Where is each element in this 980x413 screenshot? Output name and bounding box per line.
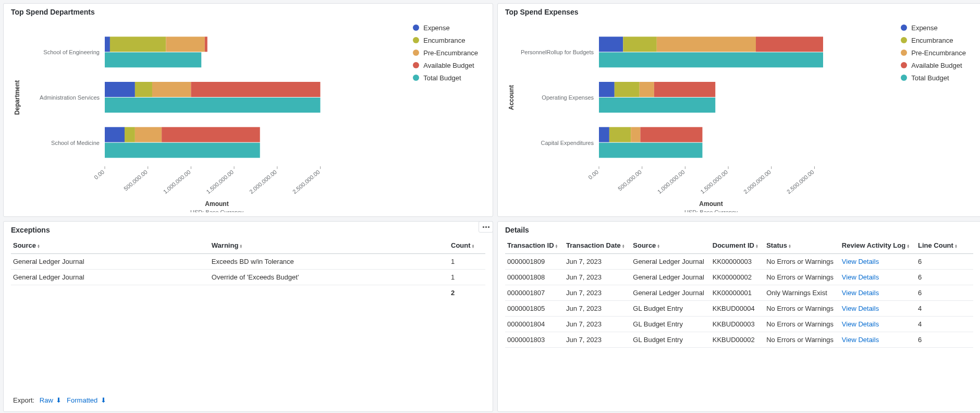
view-details-link[interactable]: View Details (842, 258, 879, 265)
cell-line-count: 4 (916, 317, 973, 332)
cell-document-id: KKBUD00002 (710, 332, 764, 348)
table-row[interactable]: 0000001807Jun 7, 2023General Ledger Jour… (505, 285, 973, 301)
svg-text:1,000,000.00: 1,000,000.00 (162, 168, 192, 195)
cell-line-count: 6 (916, 254, 973, 270)
col-header[interactable]: Transaction Date (564, 237, 631, 254)
col-header[interactable]: Review Activity Log (840, 237, 916, 254)
svg-rect-48 (631, 127, 640, 142)
exceptions-table: Source Warning Count General Ledger Jour… (11, 237, 485, 300)
col-header[interactable]: Line Count (916, 237, 973, 254)
svg-rect-14 (125, 127, 135, 142)
col-header[interactable]: Transaction ID (505, 237, 564, 254)
table-row[interactable]: General Ledger JournalOverride of 'Excee… (11, 270, 485, 285)
cell-transaction-date: Jun 7, 2023 (564, 285, 631, 301)
cell-status: No Errors or Warnings (764, 317, 840, 332)
legend-label: Pre-Encumbrance (423, 49, 478, 57)
legend-item[interactable]: Encumbrance (413, 34, 478, 46)
details-panel: Details Transaction IDTransaction DateSo… (497, 221, 980, 412)
svg-rect-41 (599, 82, 615, 97)
legend-item[interactable]: Expense (413, 21, 478, 34)
cell-transaction-id: 0000001804 (505, 317, 564, 332)
legend-swatch-icon (901, 62, 907, 68)
cell-review-log: View Details (840, 254, 916, 270)
view-details-link[interactable]: View Details (842, 273, 879, 281)
legend-item[interactable]: Pre-Encumbrance (413, 46, 478, 59)
legend-item[interactable]: Pre-Encumbrance (901, 46, 966, 59)
svg-rect-3 (105, 37, 110, 52)
svg-rect-39 (756, 37, 823, 52)
export-row: Export: Raw ⬇ Formatted ⬇ (13, 396, 106, 404)
svg-rect-43 (640, 82, 654, 97)
svg-text:2,000,000.00: 2,000,000.00 (742, 168, 772, 195)
table-row[interactable]: 0000001808Jun 7, 2023General Ledger Jour… (505, 270, 973, 285)
legend-item[interactable]: Total Budget (413, 71, 478, 84)
cell-line-count: 4 (916, 301, 973, 317)
cell-document-id: KKBUD00003 (710, 317, 764, 332)
download-icon: ⬇ (56, 396, 62, 404)
col-header[interactable]: Status (764, 237, 840, 254)
export-formatted-link[interactable]: Formatted ⬇ (67, 396, 106, 404)
view-details-link[interactable]: View Details (842, 289, 879, 297)
svg-text:2,000,000.00: 2,000,000.00 (248, 168, 278, 195)
svg-rect-16 (162, 127, 260, 142)
top-spend-expenses-chart: PersonnelRollup for BudgetsOperating Exp… (505, 19, 891, 212)
cell-status: No Errors or Warnings (764, 254, 840, 270)
legend-swatch-icon (901, 75, 907, 81)
legend-item[interactable]: Encumbrance (901, 34, 966, 46)
svg-text:500,000.00: 500,000.00 (617, 168, 643, 192)
sort-icon (472, 244, 475, 248)
cell-transaction-date: Jun 7, 2023 (564, 254, 631, 270)
legend-label: Encumbrance (911, 37, 953, 44)
col-source[interactable]: Source (11, 237, 210, 254)
legend-swatch-icon (413, 50, 419, 56)
cell-transaction-id: 0000001809 (505, 254, 564, 270)
cell-document-id: KK00000003 (710, 254, 764, 270)
svg-rect-42 (615, 82, 640, 97)
view-details-link[interactable]: View Details (842, 336, 879, 344)
panel-menu-button[interactable] (479, 221, 493, 233)
svg-text:Amount: Amount (205, 200, 228, 208)
panel-title: Exceptions (11, 226, 485, 234)
col-warning[interactable]: Warning (210, 237, 449, 254)
legend-item[interactable]: Available Budget (901, 59, 966, 71)
cell-status: No Errors or Warnings (764, 301, 840, 317)
svg-rect-12 (105, 98, 320, 113)
legend-item[interactable]: Available Budget (413, 59, 478, 71)
svg-text:Administration Services: Administration Services (40, 94, 100, 101)
cell-warning: Override of 'Exceeds Budget' (210, 270, 449, 285)
top-spend-departments-chart: School of EngineeringAdministration Serv… (11, 19, 397, 212)
legend-item[interactable]: Expense (901, 21, 966, 34)
table-row[interactable]: 0000001809Jun 7, 2023General Ledger Jour… (505, 254, 973, 270)
svg-text:1,500,000.00: 1,500,000.00 (699, 168, 729, 195)
cell-warning: Exceeds BD w/in Tolerance (210, 254, 449, 270)
exceptions-panel: Exceptions Source Warning Count General … (3, 221, 493, 412)
svg-rect-11 (191, 82, 320, 97)
col-count[interactable]: Count (449, 237, 485, 254)
cell-review-log: View Details (840, 317, 916, 332)
svg-rect-8 (105, 82, 135, 97)
download-icon: ⬇ (101, 396, 106, 404)
table-row[interactable]: 0000001803Jun 7, 2023GL Budget EntryKKBU… (505, 332, 973, 348)
table-row[interactable]: 0000001804Jun 7, 2023GL Budget EntryKKBU… (505, 317, 973, 332)
legend-swatch-icon (413, 37, 419, 43)
export-raw-link[interactable]: Raw ⬇ (40, 396, 64, 404)
cell-transaction-date: Jun 7, 2023 (564, 332, 631, 348)
col-header[interactable]: Source (631, 237, 710, 254)
cell-review-log: View Details (840, 332, 916, 348)
col-header[interactable]: Document ID (710, 237, 764, 254)
svg-text:2,500,000.00: 2,500,000.00 (291, 168, 321, 195)
panel-title: Top Spend Expenses (505, 8, 973, 16)
details-table: Transaction IDTransaction DateSourceDocu… (505, 237, 973, 348)
view-details-link[interactable]: View Details (842, 305, 879, 312)
panel-title: Top Spend Departments (11, 8, 485, 16)
table-row[interactable]: 0000001805Jun 7, 2023GL Budget EntryKKBU… (505, 301, 973, 317)
cell-status: No Errors or Warnings (764, 270, 840, 285)
view-details-link[interactable]: View Details (842, 320, 879, 328)
table-row[interactable]: General Ledger JournalExceeds BD w/in To… (11, 254, 485, 270)
cell-transaction-date: Jun 7, 2023 (564, 301, 631, 317)
legend-label: Expense (423, 24, 450, 32)
legend-item[interactable]: Total Budget (901, 71, 966, 84)
svg-rect-49 (640, 127, 702, 142)
cell-transaction-date: Jun 7, 2023 (564, 317, 631, 332)
top-spend-departments-panel: Top Spend Departments School of Engineer… (3, 3, 493, 217)
